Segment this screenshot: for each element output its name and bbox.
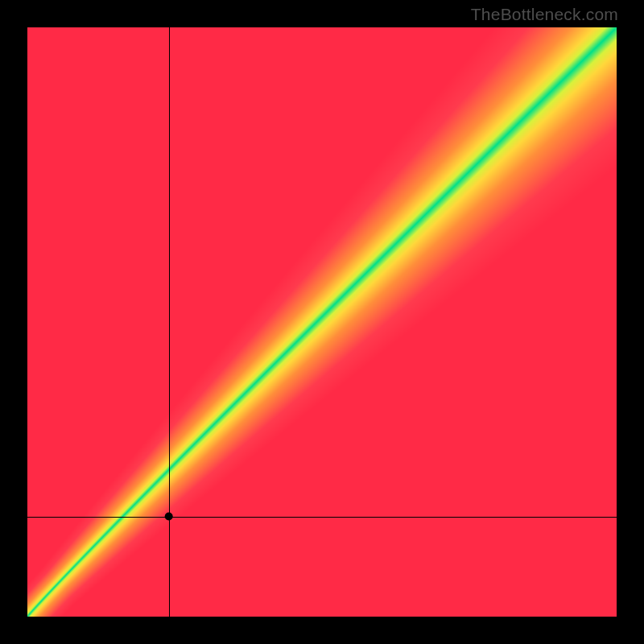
watermark-text: TheBottleneck.com [471,5,618,24]
plot-area [27,27,617,617]
chart-frame: TheBottleneck.com [0,0,644,644]
overlay-canvas [27,27,617,617]
